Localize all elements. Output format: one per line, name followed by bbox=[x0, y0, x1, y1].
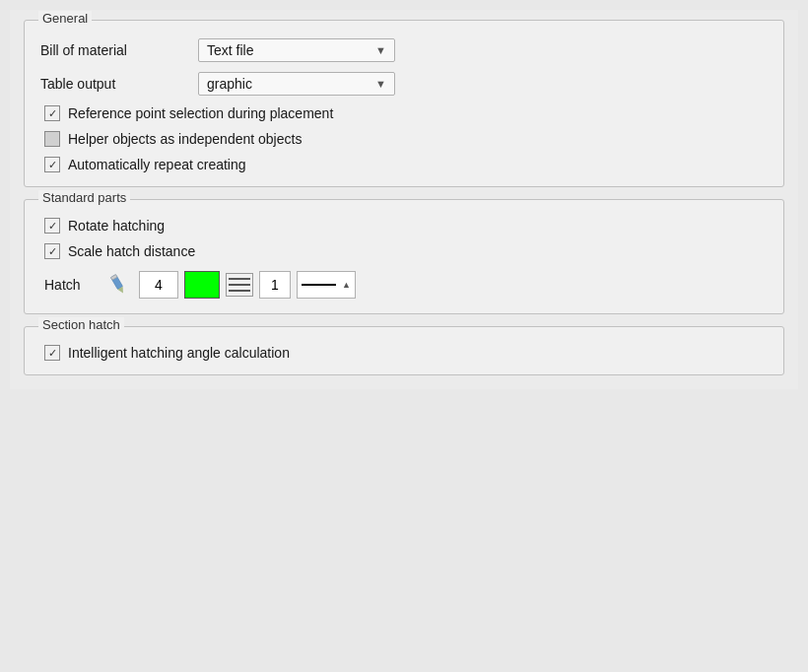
checkbox-intelligent-hatching-row: ✓ Intelligent hatching angle calculation bbox=[40, 345, 768, 361]
checkbox-auto-repeat[interactable]: ✓ bbox=[44, 157, 60, 172]
general-content: Bill of material Text file ▼ Table outpu… bbox=[40, 38, 768, 172]
checkbox-ref-point-check: ✓ bbox=[48, 107, 57, 120]
checkbox-rotate-hatching-check: ✓ bbox=[48, 220, 57, 233]
checkbox-intelligent-hatching[interactable]: ✓ bbox=[44, 345, 60, 361]
pencil-button[interactable] bbox=[103, 269, 131, 300]
hatch-row: Hatch 4 bbox=[40, 269, 768, 300]
table-output-label: Table output bbox=[40, 76, 198, 92]
hatch-line-1 bbox=[229, 278, 250, 280]
hatch-style-dropdown[interactable]: ▲ bbox=[297, 271, 356, 299]
checkbox-ref-point-row: ✓ Reference point selection during place… bbox=[40, 105, 768, 121]
checkbox-scale-hatch-label: Scale hatch distance bbox=[68, 243, 195, 259]
hatch-style-line bbox=[302, 284, 336, 286]
section-hatch-title: Section hatch bbox=[38, 317, 124, 332]
standard-parts-title: Standard parts bbox=[38, 190, 130, 205]
bill-of-material-value: Text file bbox=[207, 42, 253, 58]
checkbox-scale-hatch[interactable]: ✓ bbox=[44, 243, 60, 259]
checkbox-auto-repeat-row: ✓ Automatically repeat creating bbox=[40, 157, 768, 172]
hatch-line-2 bbox=[229, 284, 250, 286]
hatch-color-swatch[interactable] bbox=[184, 271, 220, 299]
table-output-row: Table output graphic ▼ bbox=[40, 72, 768, 96]
hatch-line-3 bbox=[229, 290, 250, 292]
checkbox-ref-point[interactable]: ✓ bbox=[44, 105, 60, 121]
checkbox-rotate-hatching-label: Rotate hatching bbox=[68, 218, 165, 234]
settings-panel: General Bill of material Text file ▼ Tab… bbox=[10, 10, 798, 389]
section-hatch-group: Section hatch ✓ Intelligent hatching ang… bbox=[24, 326, 784, 375]
hatch-number-input[interactable]: 4 bbox=[139, 271, 178, 299]
table-output-value: graphic bbox=[207, 76, 252, 92]
bill-of-material-arrow: ▼ bbox=[375, 44, 386, 56]
checkbox-helper-objects-row: Helper objects as independent objects bbox=[40, 131, 768, 147]
checkbox-helper-objects-label: Helper objects as independent objects bbox=[68, 131, 302, 147]
general-title: General bbox=[38, 11, 92, 26]
checkbox-ref-point-label: Reference point selection during placeme… bbox=[68, 105, 333, 121]
checkbox-helper-objects[interactable] bbox=[44, 131, 60, 147]
checkbox-intelligent-hatching-check: ✓ bbox=[48, 347, 57, 360]
hatch-pattern-lines-icon bbox=[226, 273, 253, 297]
table-output-dropdown[interactable]: graphic ▼ bbox=[198, 72, 395, 96]
checkbox-scale-hatch-row: ✓ Scale hatch distance bbox=[40, 243, 768, 259]
hatch-label: Hatch bbox=[44, 277, 103, 293]
table-output-arrow: ▼ bbox=[375, 78, 386, 90]
hatch-scale-input[interactable]: 1 bbox=[259, 271, 291, 299]
checkbox-auto-repeat-label: Automatically repeat creating bbox=[68, 157, 246, 172]
general-group: General Bill of material Text file ▼ Tab… bbox=[24, 20, 784, 187]
standard-parts-content: ✓ Rotate hatching ✓ Scale hatch distance… bbox=[40, 218, 768, 300]
pencil-icon bbox=[103, 269, 131, 297]
bill-of-material-label: Bill of material bbox=[40, 42, 198, 58]
checkbox-scale-hatch-check: ✓ bbox=[48, 245, 57, 258]
checkbox-auto-repeat-check: ✓ bbox=[48, 159, 57, 171]
checkbox-rotate-hatching[interactable]: ✓ bbox=[44, 218, 60, 234]
checkbox-rotate-hatching-row: ✓ Rotate hatching bbox=[40, 218, 768, 234]
bill-of-material-dropdown[interactable]: Text file ▼ bbox=[198, 38, 395, 62]
hatch-style-arrow-icon: ▲ bbox=[342, 280, 351, 290]
section-hatch-content: ✓ Intelligent hatching angle calculation bbox=[40, 345, 768, 361]
checkbox-intelligent-hatching-label: Intelligent hatching angle calculation bbox=[68, 345, 290, 361]
bill-of-material-row: Bill of material Text file ▼ bbox=[40, 38, 768, 62]
standard-parts-group: Standard parts ✓ Rotate hatching ✓ Scale… bbox=[24, 199, 784, 314]
hatch-pattern-button[interactable] bbox=[226, 273, 253, 297]
